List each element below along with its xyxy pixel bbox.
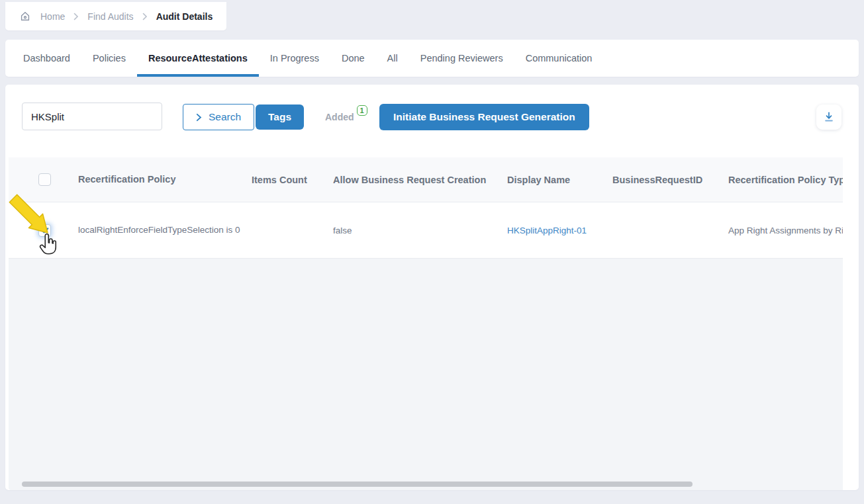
cell-display-name-link[interactable]: HKSplitAppRight-01 [507,226,587,235]
column-header-recertification-policy-type: Recertification Policy Type [728,175,843,185]
chevron-right-icon [142,13,148,21]
cell-recertification-policy: localRightEnforceFieldTypeSelection is 0 [78,224,252,237]
table-row: localRightEnforceFieldTypeSelection is 0… [9,202,843,259]
chevron-right-icon [196,113,202,122]
tab-policies[interactable]: Policies [81,40,137,77]
tab-done[interactable]: Done [330,40,376,77]
added-label: Added [325,112,354,122]
breadcrumb: Home Find Audits Audit Details [5,2,226,30]
tab-communication[interactable]: Communication [514,40,604,77]
tab-in-progress[interactable]: In Progress [259,40,330,77]
column-header-display-name: Display Name [507,175,612,185]
table-header-row: Recertification Policy Items Count Allow… [9,157,843,202]
tags-button[interactable]: Tags [256,105,304,130]
cell-recertification-policy-type: App Right Assignments by Rig [728,226,843,235]
tags-button-label: Tags [268,111,291,123]
column-header-recertification-policy: Recertification Policy [78,173,252,187]
content-card: Search Tags Added 1 Initiate Business Re… [5,85,859,490]
attestations-table: Recertification Policy Items Count Allow… [9,157,843,490]
initiate-button-label: Initiate Business Request Generation [393,111,575,123]
select-all-checkbox[interactable] [38,173,51,186]
breadcrumb-audit-details: Audit Details [156,11,213,22]
search-button[interactable]: Search [183,104,254,130]
added-count-badge: 1 [357,105,367,116]
home-icon[interactable] [19,10,32,23]
tab-resourceattestations[interactable]: ResourceAttestations [137,40,259,77]
cell-allow-business-request-creation: false [333,226,507,235]
breadcrumb-find-audits[interactable]: Find Audits [87,11,133,22]
tab-dashboard[interactable]: Dashboard [12,40,81,77]
tab-bar: Dashboard Policies ResourceAttestations … [5,40,859,77]
initiate-business-request-generation-button[interactable]: Initiate Business Request Generation [379,104,589,130]
search-input[interactable] [22,103,162,130]
chevron-right-icon [73,13,79,21]
download-icon [822,110,836,124]
column-header-allow-business-request-creation: Allow Business Request Creation [333,175,507,185]
tab-pending-reviewers[interactable]: Pending Reviewers [409,40,514,77]
column-header-items-count: Items Count [252,175,333,185]
tab-all[interactable]: All [376,40,409,77]
search-button-label: Search [209,111,241,123]
download-button[interactable] [816,105,841,130]
row-checkbox[interactable] [38,224,51,237]
breadcrumb-home[interactable]: Home [40,11,65,22]
added-indicator: Added 1 [325,105,367,130]
column-header-businessrequestid: BusinessRequestID [612,175,728,185]
horizontal-scrollbar-thumb[interactable] [22,482,693,487]
